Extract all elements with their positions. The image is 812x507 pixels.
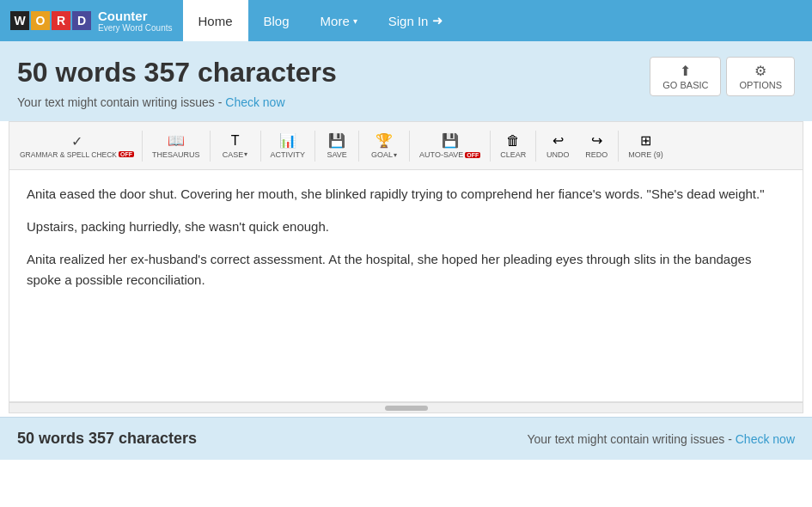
case-caret-icon: ▾ xyxy=(244,150,247,158)
toolbar-separator-9 xyxy=(618,131,619,162)
goal-caret-icon: ▾ xyxy=(394,151,397,159)
auto-save-button[interactable]: 💾 AUTO-SAVE OFF xyxy=(412,125,487,167)
nav-signin[interactable]: Sign In ➜ xyxy=(373,0,460,41)
redo-icon: ↪ xyxy=(591,132,602,149)
more-icon: ⊞ xyxy=(640,132,651,149)
auto-save-icon: 💾 xyxy=(442,132,459,149)
goal-icon: 🏆 xyxy=(375,132,393,149)
toolbar-separator-7 xyxy=(490,131,491,162)
redo-button[interactable]: ↪ REDO xyxy=(577,125,615,167)
save-button[interactable]: 💾 SAVE xyxy=(318,125,356,167)
scroll-thumb[interactable] xyxy=(385,406,428,411)
stats-warning: Your text might contain writing issues -… xyxy=(17,95,795,109)
undo-icon: ↩ xyxy=(553,132,564,149)
main-wrapper: ✓ GRAMMAR & SPELL CHECK OFF 📖 THESAURUS … xyxy=(9,121,803,413)
toolbar-separator-2 xyxy=(210,131,211,162)
options-icon: ⚙ xyxy=(754,63,766,79)
editor-paragraph-3: Anita realized her ex-husband's correct … xyxy=(27,249,785,290)
activity-button[interactable]: 📊 ACTIVITY xyxy=(264,125,313,167)
grammar-off-badge: OFF xyxy=(119,151,134,157)
go-basic-icon: ⬆ xyxy=(680,63,691,79)
logo-tile-d: D xyxy=(72,11,91,30)
logo-tiles: W O R D xyxy=(10,11,91,30)
grammar-spell-check-button[interactable]: ✓ GRAMMAR & SPELL CHECK OFF xyxy=(15,125,139,167)
case-icon: T xyxy=(231,133,240,149)
editor-paragraph-2: Upstairs, packing hurriedly, she wasn't … xyxy=(27,217,785,237)
auto-save-off-badge: OFF xyxy=(465,152,480,158)
navbar: W O R D Counter Every Word Counts Home B… xyxy=(0,0,812,41)
logo-tile-r: R xyxy=(52,11,70,30)
case-button[interactable]: T CASE ▾ xyxy=(213,125,258,167)
check-now-link[interactable]: Check now xyxy=(225,95,284,109)
nav-more[interactable]: More ▾ xyxy=(305,0,373,41)
logo-tile-w: W xyxy=(10,11,29,30)
logo-text: Counter Every Word Counts xyxy=(98,9,173,33)
stats-header: 50 words 357 characters Your text might … xyxy=(0,41,812,121)
save-icon: 💾 xyxy=(328,132,345,149)
toolbar-separator-5 xyxy=(358,131,359,162)
toolbar-separator-4 xyxy=(314,131,315,162)
toolbar-separator-6 xyxy=(409,131,410,162)
goal-button[interactable]: 🏆 GOAL ▾ xyxy=(362,125,406,167)
toolbar-separator-1 xyxy=(142,131,143,162)
header-buttons: ⬆ GO BASIC ⚙ OPTIONS xyxy=(650,57,795,96)
thesaurus-button[interactable]: 📖 THESAURUS xyxy=(145,125,207,167)
more-button[interactable]: ⊞ MORE (9) xyxy=(621,125,670,167)
nav-home[interactable]: Home xyxy=(183,0,248,41)
toolbar-separator-8 xyxy=(535,131,536,162)
footer-check-now-link[interactable]: Check now xyxy=(736,432,795,446)
clear-button[interactable]: 🗑 CLEAR xyxy=(493,125,533,167)
footer-warning: Your text might contain writing issues -… xyxy=(527,432,795,446)
editor-paragraph-1: Anita eased the door shut. Covering her … xyxy=(27,184,785,205)
activity-icon: 📊 xyxy=(279,132,296,149)
footer-stats: 50 words 357 characters xyxy=(17,430,197,448)
options-button[interactable]: ⚙ OPTIONS xyxy=(726,57,795,96)
logo: W O R D Counter Every Word Counts xyxy=(0,0,183,41)
clear-icon: 🗑 xyxy=(506,133,520,149)
undo-button[interactable]: ↩ UNDO xyxy=(539,125,577,167)
scroll-indicator xyxy=(9,402,803,412)
logo-tile-o: O xyxy=(31,11,50,30)
footer-bar: 50 words 357 characters Your text might … xyxy=(0,417,812,460)
toolbar: ✓ GRAMMAR & SPELL CHECK OFF 📖 THESAURUS … xyxy=(9,122,803,170)
signin-icon: ➜ xyxy=(432,13,443,28)
toolbar-separator-3 xyxy=(260,131,261,162)
editor-area[interactable]: Anita eased the door shut. Covering her … xyxy=(9,170,803,402)
grammar-check-icon: ✓ xyxy=(71,133,82,150)
go-basic-button[interactable]: ⬆ GO BASIC xyxy=(650,57,721,96)
nav-links: Home Blog More ▾ Sign In ➜ xyxy=(183,0,460,41)
thesaurus-icon: 📖 xyxy=(168,132,185,149)
nav-blog[interactable]: Blog xyxy=(248,0,305,41)
more-caret-icon: ▾ xyxy=(353,16,357,26)
